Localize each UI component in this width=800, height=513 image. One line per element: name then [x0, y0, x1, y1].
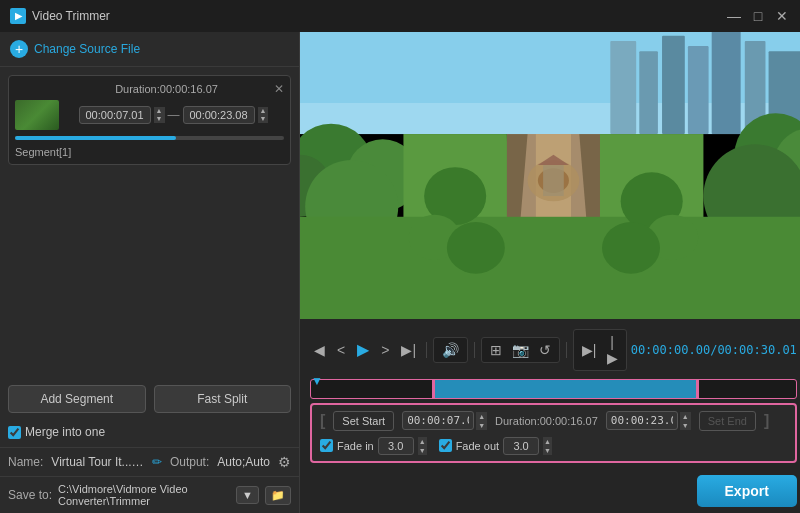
fast-split-button[interactable]: Fast Split — [154, 385, 292, 413]
fade-in-input[interactable] — [378, 437, 414, 455]
fit-button[interactable]: ⊞ — [486, 340, 506, 360]
trim-end-up[interactable]: ▲ — [680, 412, 691, 421]
video-preview — [300, 32, 800, 319]
title-bar: ▶ Video Trimmer — □ ✕ — [0, 0, 800, 32]
browse-folder-button[interactable]: ▼ — [236, 486, 259, 504]
close-segment-button[interactable]: ✕ — [274, 82, 284, 96]
snapshot-button[interactable]: 📷 — [508, 340, 533, 360]
merge-checkbox-label[interactable]: Merge into one — [8, 425, 105, 439]
playback-controls: ◀ < ▶ > ▶| 🔊 ⊞ 📷 ↺ ▶| |▶ — [310, 325, 797, 375]
start-time-down[interactable]: ▼ — [154, 115, 165, 123]
end-time-down[interactable]: ▼ — [258, 115, 269, 123]
trim-start-time[interactable] — [402, 411, 474, 430]
svg-rect-5 — [688, 46, 709, 134]
next-frame-button[interactable]: ▶| — [397, 340, 420, 360]
end-time-input-group: ▲ ▼ — [606, 411, 691, 430]
start-time-up[interactable]: ▲ — [154, 107, 165, 115]
prev-frame-button[interactable]: ◀ — [310, 340, 329, 360]
timeline-marker-icon: ▼ — [311, 374, 323, 388]
trim-start-up[interactable]: ▲ — [476, 412, 487, 421]
bracket-right: ] — [764, 412, 769, 430]
trim-controls: [ Set Start ▲ ▼ Duration:00:00:16.07 ▲ — [310, 403, 797, 463]
trim-end-spinner: ▲ ▼ — [680, 412, 691, 430]
fade-in-down[interactable]: ▼ — [418, 446, 427, 455]
current-time: 00:00:00.00 — [631, 343, 710, 357]
rotate-button[interactable]: ↺ — [535, 340, 555, 360]
mute-button[interactable]: 🔊 — [438, 340, 463, 360]
fade-in-item: Fade in ▲ ▼ — [320, 437, 427, 455]
source-file-bar: + Change Source File — [0, 32, 299, 67]
add-source-button[interactable]: + — [10, 40, 28, 58]
fade-out-checkbox[interactable] — [439, 439, 452, 452]
close-button[interactable]: ✕ — [774, 8, 790, 24]
control-separator-2 — [474, 342, 475, 358]
preview-start-button[interactable]: ▶| — [578, 340, 601, 360]
left-panel: + Change Source File Duration:00:00:16.0… — [0, 32, 300, 513]
trim-start-down[interactable]: ▼ — [476, 421, 487, 430]
svg-point-27 — [602, 222, 660, 274]
view-controls: ⊞ 📷 ↺ — [481, 337, 560, 363]
start-time-input-group: ▲ ▼ — [402, 411, 487, 430]
minimize-button[interactable]: — — [726, 8, 742, 24]
preview-end-button[interactable]: |▶ — [602, 332, 621, 368]
edit-name-icon[interactable]: ✏ — [152, 455, 162, 469]
preview-controls: ▶| |▶ — [573, 329, 627, 371]
fade-in-spinner: ▲ ▼ — [418, 437, 427, 455]
next-button[interactable]: > — [377, 340, 393, 360]
app-title: Video Trimmer — [32, 9, 726, 23]
save-row: Save to: C:\Vidmore\Vidmore Video Conver… — [0, 476, 299, 513]
trim-end-down[interactable]: ▼ — [680, 421, 691, 430]
segment-progress-fill — [15, 136, 176, 140]
app-icon: ▶ — [10, 8, 26, 24]
fade-out-input[interactable] — [503, 437, 539, 455]
segment-panel: Duration:00:00:16.07 ✕ ▲ ▼ — ▲ — [0, 67, 299, 173]
volume-control: 🔊 — [433, 337, 468, 363]
set-start-button[interactable]: Set Start — [333, 411, 394, 431]
trim-start-row: [ Set Start ▲ ▼ Duration:00:00:16.07 ▲ — [320, 411, 787, 431]
fade-out-label: Fade out — [456, 440, 499, 452]
segment-end-time[interactable] — [183, 106, 255, 124]
start-time-spinner: ▲ ▼ — [154, 107, 165, 124]
maximize-button[interactable]: □ — [750, 8, 766, 24]
export-button[interactable]: Export — [697, 475, 797, 507]
change-source-label[interactable]: Change Source File — [34, 42, 140, 56]
open-folder-button[interactable]: 📁 — [265, 486, 291, 505]
fade-in-checkbox[interactable] — [320, 439, 333, 452]
svg-rect-3 — [639, 51, 658, 134]
time-separator: — — [168, 108, 180, 122]
segment-header: Duration:00:00:16.07 ✕ — [15, 82, 284, 96]
merge-row: Merge into one — [0, 421, 299, 447]
segment-item: Duration:00:00:16.07 ✕ ▲ ▼ — ▲ — [8, 75, 291, 165]
timeline-scrubber[interactable]: ▼ — [310, 379, 797, 399]
svg-rect-6 — [712, 32, 741, 134]
name-label: Name: — [8, 455, 43, 469]
svg-rect-4 — [662, 36, 685, 134]
add-segment-button[interactable]: Add Segment — [8, 385, 146, 413]
fade-out-down[interactable]: ▼ — [543, 446, 552, 455]
set-end-button[interactable]: Set End — [699, 411, 756, 431]
trim-start-spinner: ▲ ▼ — [476, 412, 487, 430]
right-panel: ◀ < ▶ > ▶| 🔊 ⊞ 📷 ↺ ▶| |▶ — [300, 32, 800, 513]
play-button[interactable]: ▶ — [353, 338, 373, 361]
fade-in-up[interactable]: ▲ — [418, 437, 427, 446]
trim-end-time[interactable] — [606, 411, 678, 430]
left-action-buttons: Add Segment Fast Split — [0, 377, 299, 421]
segment-thumbnail — [15, 100, 59, 130]
output-label: Output: — [170, 455, 209, 469]
control-separator-1 — [426, 342, 427, 358]
settings-icon[interactable]: ⚙ — [278, 454, 291, 470]
fade-out-up[interactable]: ▲ — [543, 437, 552, 446]
segment-times: ▲ ▼ — ▲ ▼ — [15, 100, 284, 130]
export-area: Export — [300, 469, 800, 513]
segment-start-time[interactable] — [79, 106, 151, 124]
trim-duration-label: Duration:00:00:16.07 — [495, 415, 598, 427]
timeline-selection[interactable] — [432, 380, 699, 398]
end-time-up[interactable]: ▲ — [258, 107, 269, 115]
window-controls: — □ ✕ — [726, 8, 790, 24]
svg-rect-28 — [543, 165, 564, 196]
prev-button[interactable]: < — [333, 340, 349, 360]
merge-checkbox[interactable] — [8, 426, 21, 439]
save-label: Save to: — [8, 488, 52, 502]
timeline-handle-right[interactable] — [696, 380, 699, 398]
timeline-handle-left[interactable] — [432, 380, 435, 398]
